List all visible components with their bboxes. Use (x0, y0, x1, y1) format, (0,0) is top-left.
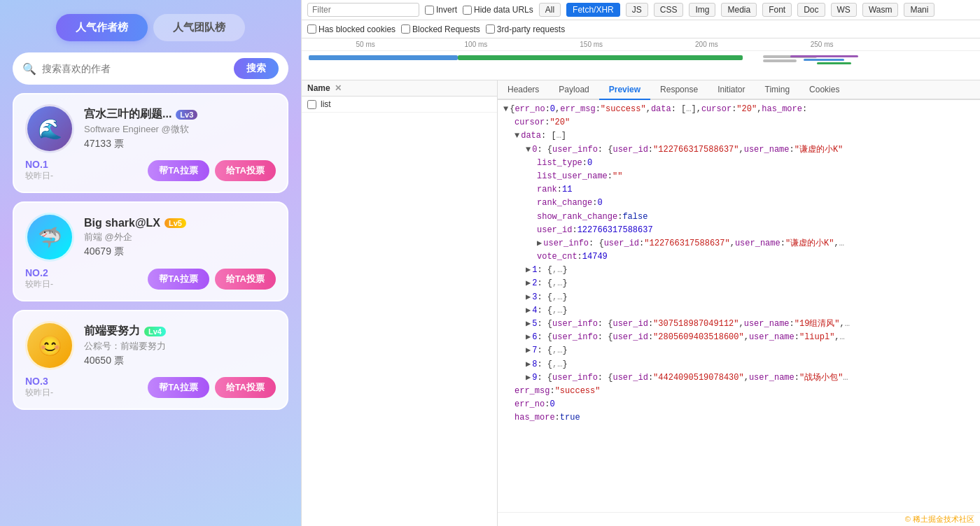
preview-2-collapsed: ▶ 2: {,…} (503, 277, 974, 290)
mani-btn[interactable]: Mani (904, 3, 934, 17)
wasm-btn[interactable]: Wasm (862, 3, 899, 17)
avatar-1: 🌊 (25, 104, 74, 153)
preview-8-collapsed: ▶ 8: {,…} (503, 358, 974, 371)
close-icon[interactable]: ✕ (335, 83, 342, 93)
timeline-bar-gray2 (763, 59, 797, 62)
user-name-1: 宫水三叶的刷题... Lv3 (84, 107, 276, 122)
preview-list-user-name: list_user_name: "" (503, 170, 974, 183)
name-panel: Name ✕ list (302, 80, 498, 526)
search-input[interactable] (42, 63, 228, 74)
img-btn[interactable]: Img (689, 3, 715, 17)
rank-card-3: 😊 前端要努力 Lv4 公粽号：前端要努力 40650 票 NO.3 较昨日- … (13, 310, 288, 410)
timeline-bar-purple (790, 55, 858, 57)
all-btn[interactable]: All (539, 3, 561, 17)
rank-change-3: 较昨日- (25, 387, 53, 399)
preview-cursor: cursor: "20" (503, 116, 974, 129)
invert-checkbox-label[interactable]: Invert (425, 5, 457, 15)
hide-data-urls-checkbox[interactable] (463, 6, 472, 15)
preview-rank-change: rank_change: 0 (503, 197, 974, 210)
preview-user-id: user_id: 122766317588637 (503, 224, 974, 237)
avatar-circle-1: 🌊 (25, 104, 74, 153)
tab-cookies[interactable]: Cookies (799, 80, 849, 100)
css-btn[interactable]: CSS (654, 3, 684, 17)
tab-response[interactable]: Response (650, 80, 708, 100)
blocked-requests-checkbox[interactable] (401, 24, 410, 34)
tab-bar: 人气作者榜 人气团队榜 (13, 14, 288, 41)
timeline-bar-blue (309, 55, 458, 60)
user-title-1: Software Engineer @微软 (84, 123, 276, 136)
lv-badge-1: Lv3 (176, 110, 197, 120)
preview-7-collapsed: ▶ 7: {,…} (503, 344, 974, 357)
pull-btn-2[interactable]: 帮TA拉票 (148, 269, 209, 290)
pull-btn-1[interactable]: 帮TA拉票 (148, 160, 209, 181)
list-checkbox[interactable] (307, 100, 316, 109)
vote-btn-1[interactable]: 给TA投票 (215, 160, 276, 181)
vote-btn-3[interactable]: 给TA投票 (215, 377, 276, 398)
rank-card-bottom-3: NO.3 较昨日- 帮TA拉票 给TA投票 (25, 376, 276, 399)
preview-err-no: err_no: 0 (503, 398, 974, 411)
avatar-2: 🦈 (25, 213, 74, 262)
timeline-bar-green2 (817, 62, 850, 64)
media-btn[interactable]: Media (721, 3, 757, 17)
rank-card-bottom-1: NO.1 较昨日- 帮TA拉票 给TA投票 (25, 159, 276, 182)
pull-btn-3[interactable]: 帮TA拉票 (148, 377, 209, 398)
action-btns-3: 帮TA拉票 给TA投票 (148, 377, 276, 398)
ws-btn[interactable]: WS (831, 3, 857, 17)
vote-count-2: 40679 票 (84, 246, 276, 258)
preview-1-collapsed: ▶ 1: {,…} (503, 264, 974, 277)
lv-badge-2: Lv5 (164, 218, 186, 228)
preview-9-collapsed: ▶ 9: {user_info: {user_id: "442409051907… (503, 371, 974, 385)
blocked-requests-label[interactable]: Blocked Requests (401, 24, 480, 34)
preview-5-collapsed: ▶ 5: {user_info: {user_id: "307518987049… (503, 318, 974, 331)
js-btn[interactable]: JS (626, 3, 648, 17)
preview-show-rank-change: show_rank_change: false (503, 211, 974, 224)
list-name: list (321, 99, 331, 109)
devtools-main: Name ✕ list Headers Payload Preview Resp… (302, 80, 980, 526)
list-item[interactable]: list (302, 97, 497, 113)
tab-author[interactable]: 人气作者榜 (56, 14, 148, 41)
tab-timing[interactable]: Timing (755, 80, 800, 100)
search-button[interactable]: 搜索 (234, 58, 279, 79)
font-btn[interactable]: Font (762, 3, 792, 17)
preview-has-more: has_more: true (503, 411, 974, 425)
tab-preview[interactable]: Preview (599, 80, 650, 100)
third-party-label[interactable]: 3rd-party requests (486, 24, 565, 34)
devtools-toolbar2: Has blocked cookies Blocked Requests 3rd… (302, 20, 980, 38)
filter-input[interactable] (307, 3, 419, 17)
avatar-3: 😊 (25, 321, 74, 370)
preview-content: ▼ {err_no: 0, err_msg: "success", data: … (498, 100, 980, 512)
tab-headers[interactable]: Headers (498, 80, 549, 100)
invert-checkbox[interactable] (425, 6, 434, 15)
vote-count-3: 40650 票 (84, 355, 276, 367)
vote-btn-2[interactable]: 给TA投票 (215, 269, 276, 290)
timeline-bar-green (458, 55, 743, 60)
search-icon: 🔍 (22, 62, 36, 76)
user-name-3: 前端要努力 Lv4 (84, 324, 276, 339)
tab-team[interactable]: 人气团队榜 (153, 14, 245, 41)
fetch-xhr-btn[interactable]: Fetch/XHR (566, 3, 620, 17)
rank-card-bottom-2: NO.2 较昨日- 帮TA拉票 给TA投票 (25, 267, 276, 290)
tab-initiator[interactable]: Initiator (708, 80, 755, 100)
rank-card-top-1: 🌊 宫水三叶的刷题... Lv3 Software Engineer @微软 4… (25, 104, 276, 153)
preview-line-0: ▼ {err_no: 0, err_msg: "success", data: … (503, 103, 974, 116)
timeline-ruler: 50 ms 100 ms 150 ms 200 ms 250 ms (302, 38, 980, 51)
name-column-header: Name ✕ (302, 80, 497, 97)
search-bar: 🔍 搜索 (13, 52, 288, 85)
doc-btn[interactable]: Doc (797, 3, 825, 17)
preview-rank: rank: 11 (503, 183, 974, 197)
lv-badge-3: Lv4 (144, 327, 166, 336)
tab-payload[interactable]: Payload (549, 80, 598, 100)
third-party-checkbox[interactable] (486, 24, 495, 34)
avatar-circle-2: 🦈 (25, 213, 74, 262)
tick-50ms: 50 ms (356, 41, 375, 48)
rank-label-3: NO.3 (25, 376, 53, 387)
rank-label-2: NO.2 (25, 267, 53, 278)
has-blocked-cookies-checkbox[interactable] (307, 24, 316, 34)
user-info-1: 宫水三叶的刷题... Lv3 Software Engineer @微软 471… (84, 107, 276, 150)
rank-card-2: 🦈 Big shark@LX Lv5 前端 @外企 40679 票 NO.2 较… (13, 201, 288, 301)
user-info-3: 前端要努力 Lv4 公粽号：前端要努力 40650 票 (84, 324, 276, 367)
rank-card-top-3: 😊 前端要努力 Lv4 公粽号：前端要努力 40650 票 (25, 321, 276, 370)
hide-data-urls-checkbox-label[interactable]: Hide data URLs (463, 5, 533, 15)
has-blocked-cookies-label[interactable]: Has blocked cookies (307, 24, 396, 34)
left-panel: 人气作者榜 人气团队榜 🔍 搜索 🌊 宫水三叶的刷题... Lv3 Softwa… (0, 0, 301, 526)
